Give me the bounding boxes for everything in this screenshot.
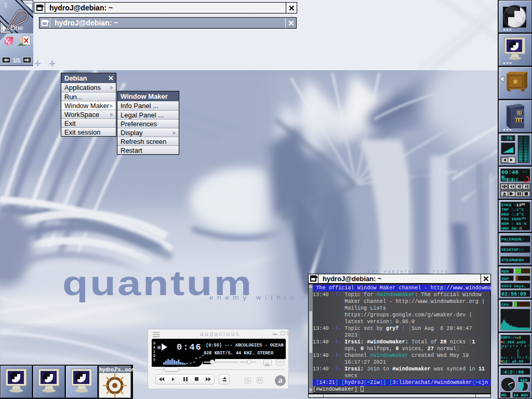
svg-text:▾1.05K ▴483: ▾1.05K ▴483 <box>500 340 526 344</box>
svg-text:24 NOV: 24 NOV <box>513 393 528 397</box>
svg-text:0:46: 0:46 <box>177 342 202 352</box>
svg-text:STEAMWEBH: STEAMWEBH <box>501 258 524 262</box>
svg-text:SM▮C▮LE: SM▮C▮LE <box>501 177 518 182</box>
svg-text:00:46: 00:46 <box>501 169 518 176</box>
svg-text:MEM: MEM <box>501 269 509 274</box>
svg-text:WND SW8⊘: WND SW8⊘ <box>501 226 523 231</box>
svg-text:DEW 8-3°C: DEW 8-3°C <box>501 212 524 217</box>
svg-text:TMP 8-1°C: TMP 8-1°C <box>501 207 524 212</box>
svg-text:02:56:09: 02:56:09 <box>501 291 526 297</box>
svg-text:A: A <box>153 346 155 350</box>
svg-text:0004 days,: 0004 days, <box>501 284 526 288</box>
svg-text:15H4 08614781 85 7546: 15H4 08614781 85 7546 <box>364 269 449 274</box>
svg-text:(9:55) --- ARCOLOGIES - OCEAN: (9:55) --- ARCOLOGIES - OCEAN | <box>206 343 286 348</box>
svg-text:I: I <box>153 350 155 354</box>
svg-text:▾128 ▴0.00: ▾128 ▴0.00 <box>500 360 524 364</box>
svg-text:ENPO88▾▴8: ENPO88▾▴8 <box>501 336 522 340</box>
svg-text:VESKTOP88: VESKTOP88 <box>501 247 524 252</box>
svg-text:1: 1 <box>4 2 7 8</box>
svg-text:8: 8 <box>511 136 514 141</box>
svg-text:04: 04 <box>522 169 527 174</box>
svg-text:HUM 8 86 %: HUM 8 86 % <box>501 221 526 226</box>
svg-text:MO: MO <box>501 393 507 397</box>
svg-text:SWP: SWP <box>501 276 509 281</box>
svg-text:1/1: 1/1 <box>13 58 20 63</box>
svg-text:c: c <box>8 40 11 46</box>
svg-text:One: One <box>10 24 23 32</box>
svg-text:CPU: CPU <box>501 302 509 307</box>
svg-text:828 KBIT/S. 44 KHZ. STEREO: 828 KBIT/S. 44 KHZ. STEREO <box>204 351 273 356</box>
svg-text:V: V <box>153 358 155 362</box>
svg-text:D: D <box>153 354 155 358</box>
svg-text:84:28:06: 84:28:06 <box>501 370 524 375</box>
svg-text:O: O <box>153 342 155 345</box>
svg-text:PALEMOON8: PALEMOON8 <box>501 237 524 242</box>
